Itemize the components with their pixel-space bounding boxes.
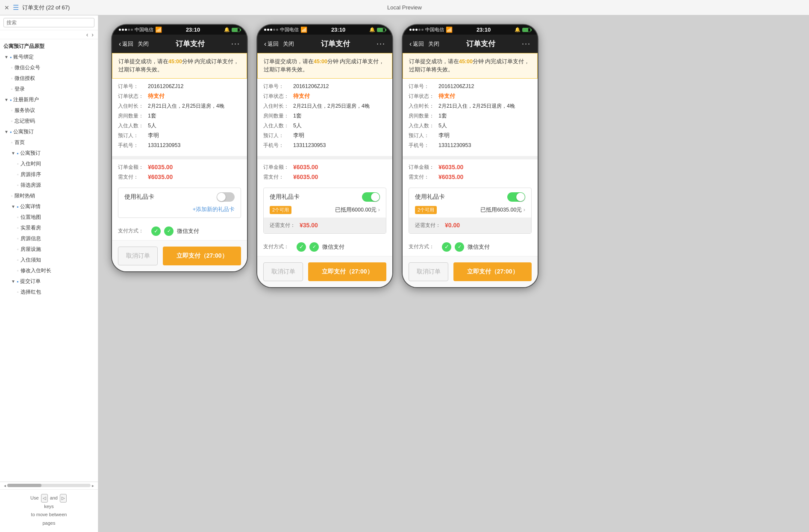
sidebar-item-submit-order[interactable]: ▼ ▪ 提交订单 — [0, 276, 98, 287]
sidebar-item-label: 账号绑定 — [13, 53, 34, 61]
sidebar-item-room-facilities[interactable]: ▫ 房屋设施 — [0, 244, 98, 255]
hscroll-thumb — [7, 484, 41, 487]
sidebar-item-service-agreement[interactable]: ▫ 服务协议 — [0, 105, 98, 116]
carrier-1: 中国电信 — [135, 26, 153, 33]
sidebar-item-wechat-public[interactable]: ▫ 微信公众号 — [0, 62, 98, 73]
sidebar-item-real-view[interactable]: ▫ 实景看房 — [0, 223, 98, 233]
nav-title-2: 订单支付 — [298, 39, 372, 49]
sidebar-item-map[interactable]: ▫ 位置地图 — [0, 212, 98, 223]
phone-status-bar-1: 中国电信 📶 23:10 🔔 — [112, 25, 247, 35]
carrier-3: 中国电信 — [425, 26, 444, 33]
sidebar-item-label: 微信公众号 — [15, 64, 40, 71]
sidebar-item-select-coupon[interactable]: ▫ 选择红包 — [0, 287, 98, 297]
gift-toggle-2[interactable] — [362, 192, 380, 202]
sidebar-item-modify-checkin[interactable]: ▫ 修改入住时长 — [0, 265, 98, 276]
more-button-3[interactable]: ··· — [522, 39, 531, 48]
page-icon: ▫ — [11, 140, 13, 145]
sidebar-item-account-binding[interactable]: ▼ ▪ 账号绑定 — [0, 52, 98, 62]
alert-highlight-3: 45:00 — [459, 59, 473, 65]
sidebar-item-wechat-auth[interactable]: ▫ 微信授权 — [0, 73, 98, 84]
gift-card-header-3: 使用礼品卡 — [409, 188, 531, 206]
sidebar-item-register[interactable]: ▼ ▪ 注册新用户 — [0, 94, 98, 105]
checkin-row-3: 入住时长： 2月21日入住，2月25日退房，4晚 — [409, 103, 532, 110]
scroll-left-icon[interactable]: ◂ — [3, 483, 7, 488]
gift-card-section-2: 使用礼品卡 2个可用 已抵用6000.00元 › 还需支付： ¥35.00 — [263, 188, 386, 234]
sidebar-item-filter-rooms[interactable]: ▫ 筛选房源 — [0, 180, 98, 191]
sidebar-item-home[interactable]: ▫ 首页 — [0, 137, 98, 148]
available-badge-2: 2个可用 — [270, 206, 291, 214]
pay-button-2[interactable]: 立即支付（27:00） — [308, 262, 386, 281]
pay-amount-label-3: 需支付： — [409, 173, 438, 181]
sidebar-item-checkin-rules[interactable]: ▫ 入住须知 — [0, 255, 98, 265]
gift-toggle-1[interactable] — [217, 192, 235, 202]
phone-mockup-3: 中国电信 📶 23:10 🔔 ‹ 返回 关闭 订单支付 ··· — [402, 24, 538, 288]
pay-amount-row-3: 需支付： ¥6035.00 — [409, 173, 532, 181]
order-amount-label-3: 订单金额： — [409, 164, 438, 171]
payment-label-3: 支付方式： — [409, 243, 438, 250]
order-status-row-3: 订单状态： 待支付 — [409, 93, 532, 100]
sidebar-item-label: 修改入住时长 — [21, 267, 51, 274]
back-button-3[interactable]: ‹ 返回 — [409, 40, 424, 48]
rooms-row-3: 房间数量： 1套 — [409, 112, 532, 120]
order-status-value-1: 待支付 — [148, 93, 165, 100]
alert-text-before-1: 订单提交成功，请在 — [118, 59, 168, 65]
checkin-value-2: 2月21日入住，2月25日退房，4晚 — [293, 103, 370, 110]
pay-button-1[interactable]: 立即支付（27:00） — [163, 247, 241, 265]
order-status-value-2: 待支付 — [293, 93, 310, 100]
sidebar-item-apartment-detail[interactable]: ▼ ▪ 公寓详情 — [0, 201, 98, 212]
cancel-order-button-3[interactable]: 取消订单 — [409, 262, 448, 281]
back-button-1[interactable]: ‹ 返回 — [119, 40, 133, 48]
pay-button-3[interactable]: 立即支付（27:00） — [453, 262, 532, 281]
sidebar-hscroll[interactable]: ◂ ▸ — [0, 482, 98, 489]
sidebar-tree: 公寓预订产品原型 ▼ ▪ 账号绑定 ▫ 微信公众号 ▫ 微信授权 ▫ 登录 — [0, 39, 98, 482]
alarm-icon-3: 🔔 — [515, 27, 521, 32]
close-button-2[interactable]: 关闭 — [283, 40, 294, 48]
add-gift-link-1[interactable]: +添加新的礼品卡 — [118, 206, 241, 218]
page-icon: ▫ — [17, 236, 19, 241]
more-button-1[interactable]: ··· — [231, 39, 240, 48]
back-button-2[interactable]: ‹ 返回 — [264, 40, 279, 48]
pay-amount-value-3: ¥6035.00 — [438, 173, 463, 180]
close-button-1[interactable]: 关闭 — [138, 40, 149, 48]
close-button-3[interactable]: 关闭 — [428, 40, 439, 48]
menu-icon[interactable]: ☰ — [13, 3, 19, 12]
gift-toggle-3[interactable] — [507, 192, 525, 202]
payment-name-3: 微信支付 — [468, 243, 490, 251]
sidebar-item-forgot-password[interactable]: ▫ 忘记密码 — [0, 116, 98, 126]
arrow-icon-3[interactable]: › — [524, 207, 525, 213]
order-amount-row-3: 订单金额： ¥6035.00 — [409, 164, 532, 171]
wechat-icon-2: ✓ — [309, 242, 319, 252]
phone-label-1: 手机号： — [118, 142, 148, 149]
more-button-2[interactable]: ··· — [377, 39, 385, 48]
status-left-2: 中国电信 📶 — [264, 26, 307, 33]
phone-nav-bar-3: ‹ 返回 关闭 订单支付 ··· — [403, 35, 538, 53]
nav-next-button[interactable]: › — [90, 31, 95, 38]
checkin-row-1: 入住时长： 2月21日入住，2月25日退房，4晚 — [118, 103, 241, 110]
hscroll-bar[interactable] — [7, 484, 91, 487]
remaining-row-2: 还需支付： ¥35.00 — [264, 218, 386, 233]
sidebar-item-apartment-booking[interactable]: ▼ ▪ 公寓预订 — [0, 126, 98, 137]
sidebar-item-room-info[interactable]: ▫ 房源信息 — [0, 233, 98, 244]
sidebar-item-checkin-time[interactable]: ▫ 入住时间 — [0, 159, 98, 169]
sidebar-item-label: 实景看房 — [21, 224, 41, 232]
sidebar-item-login[interactable]: ▫ 登录 — [0, 84, 98, 94]
sidebar-item-room-sort[interactable]: ▫ 房源排序 — [0, 169, 98, 180]
search-input[interactable] — [3, 18, 94, 27]
alert-text-before-2: 订单提交成功，请在 — [264, 59, 314, 65]
caret-icon: ▼ — [4, 97, 9, 102]
arrow-icon-2[interactable]: › — [378, 207, 380, 213]
order-status-row-1: 订单状态： 待支付 — [118, 93, 241, 100]
booker-value-3: 李明 — [438, 132, 450, 139]
scroll-right-icon[interactable]: ▸ — [91, 483, 95, 488]
nav-prev-button[interactable]: ‹ — [85, 31, 90, 38]
close-icon[interactable]: ✕ — [4, 4, 9, 11]
sidebar-item-hot-sale[interactable]: ▫ 限时热销 — [0, 191, 98, 201]
cancel-order-button-2[interactable]: 取消订单 — [263, 262, 303, 281]
divider-3 — [403, 156, 538, 159]
sidebar-item-apartment-subfolder[interactable]: ▼ ▪ 公寓预订 — [0, 148, 98, 159]
order-amount-value-2: ¥6035.00 — [293, 164, 318, 170]
status-left-1: 中国电信 📶 — [119, 26, 162, 33]
cancel-order-button-1[interactable]: 取消订单 — [118, 247, 158, 265]
sidebar-item-label: 首页 — [15, 139, 25, 146]
payment-name-2: 微信支付 — [322, 243, 344, 251]
